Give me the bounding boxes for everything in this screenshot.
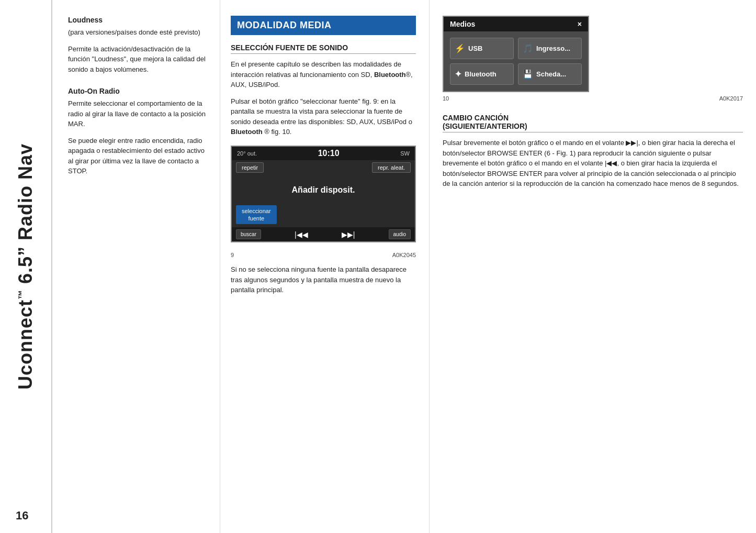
media-screen-caption: 10 A0K2017: [443, 94, 743, 103]
loudness-section: Loudness (para versiones/países donde es…: [68, 16, 207, 74]
screen-top-row: repetir repr. aleat.: [232, 160, 415, 175]
fig10-number: 10: [443, 95, 449, 102]
media-btn-usb-label: USB: [468, 45, 482, 52]
cambio-heading: CAMBIO CANCIÓN (siguiente/anterior): [443, 114, 743, 132]
main-section-header: MODALIDAD MEDIA: [231, 16, 416, 35]
main-content: Loudness (para versiones/países donde es…: [52, 0, 756, 533]
auto-on-heading: Auto-On Radio: [68, 87, 207, 95]
nav-forward-icon[interactable]: ▶▶|: [342, 230, 355, 239]
screen-caption-fig9: 9 A0K2045: [231, 251, 416, 259]
btn-repr-aleat[interactable]: repr. aleat.: [372, 162, 411, 173]
media-btn-ingresso-label: Ingresso...: [536, 45, 570, 52]
middle-body3: Si no se selecciona ninguna fuente la pa…: [231, 264, 416, 295]
loudness-heading: Loudness: [68, 16, 207, 24]
screen-left-info: 20° out.: [237, 150, 257, 157]
right-column: Medios × ⚡ USB 🎵 Ingresso... ✦ Bluetooth…: [429, 0, 756, 533]
auto-on-body2: Se puede elegir entre radio encendida, r…: [68, 136, 207, 176]
cambio-subheading-text: (siguiente/anterior): [443, 122, 527, 130]
sub-section-header: SELECCIÓN FUENTE DE SONIDO: [231, 43, 416, 54]
media-btn-bluetooth[interactable]: ✦ Bluetooth: [450, 63, 514, 85]
screen-bottom-bar: buscar |◀◀ ▶▶| audio: [232, 227, 415, 241]
left-column: Loudness (para versiones/países donde es…: [52, 0, 220, 533]
loudness-subheading: (para versiones/países donde esté previs…: [68, 27, 207, 38]
media-grid: ⚡ USB 🎵 Ingresso... ✦ Bluetooth 💾 Scheda…: [444, 31, 588, 91]
btn-select-source[interactable]: seleccionar fuente: [236, 205, 277, 225]
screen-header: 20° out. 10:10 SW: [232, 147, 415, 160]
media-btn-scheda[interactable]: 💾 Scheda...: [518, 63, 582, 85]
scheda-icon: 💾: [523, 69, 533, 79]
page-number: 16: [16, 509, 28, 523]
media-screen-title: Medios: [450, 20, 475, 28]
media-btn-ingresso[interactable]: 🎵 Ingresso...: [518, 38, 582, 59]
ingresso-icon: 🎵: [523, 43, 533, 53]
middle-column: MODALIDAD MEDIA SELECCIÓN FUENTE DE SONI…: [220, 0, 429, 533]
auto-on-section: Auto-On Radio Permite seleccionar el com…: [68, 87, 207, 176]
screen-right-info: SW: [400, 150, 410, 157]
media-btn-bluetooth-label: Bluetooth: [465, 70, 497, 78]
sidebar-title: Uconnect™ 6.5” Radio Nav: [15, 143, 37, 390]
screen-time: 10:10: [318, 149, 340, 158]
media-btn-usb[interactable]: ⚡ USB: [450, 38, 514, 59]
screen-center-text: Añadir disposit.: [232, 175, 415, 205]
fig10-code: A0K2017: [719, 95, 743, 102]
auto-on-body1: Permite seleccionar el comportamiento de…: [68, 98, 207, 129]
loudness-body: Permite la activación/desactivación de l…: [68, 44, 207, 75]
btn-repeat[interactable]: repetir: [236, 162, 264, 173]
media-screen-fig10: Medios × ⚡ USB 🎵 Ingresso... ✦ Bluetooth…: [443, 16, 589, 92]
fig9-code: A0K2045: [392, 252, 416, 258]
media-close-btn[interactable]: ×: [578, 20, 582, 28]
middle-body2: Pulsar el botón gráfico "seleccionar fue…: [231, 96, 416, 137]
nav-back-icon[interactable]: |◀◀: [295, 230, 308, 239]
sidebar: Uconnect™ 6.5” Radio Nav: [0, 0, 52, 533]
screen-mockup-fig9: 20° out. 10:10 SW repetir repr. aleat. A…: [231, 146, 416, 243]
usb-icon: ⚡: [455, 43, 465, 53]
media-btn-scheda-label: Scheda...: [536, 70, 566, 78]
cambio-cancion-section: CAMBIO CANCIÓN (siguiente/anterior) Puls…: [443, 114, 743, 189]
middle-body1: En el presente capítulo se describen las…: [231, 59, 416, 90]
btn-search[interactable]: buscar: [236, 229, 261, 239]
bluetooth-icon: ✦: [455, 69, 461, 79]
media-screen-header: Medios ×: [444, 17, 588, 31]
btn-audio[interactable]: audio: [389, 229, 411, 239]
cambio-heading-text: CAMBIO CANCIÓN: [443, 114, 509, 122]
fig9-number: 9: [231, 252, 234, 258]
cambio-body: Pulsar brevemente el botón gráfico o el …: [443, 138, 743, 189]
